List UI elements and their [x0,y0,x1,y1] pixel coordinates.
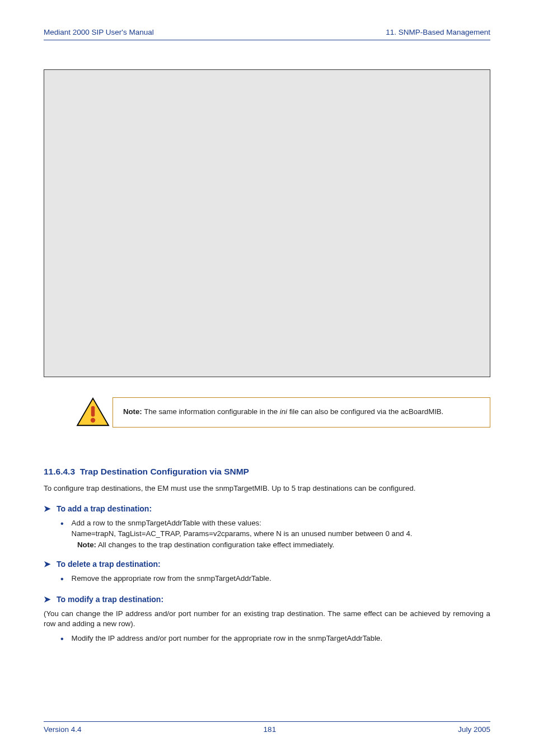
footer-center: 181 [264,725,277,734]
bullet-dot-icon: • [60,518,64,539]
note-text-after: file can also be configured via the acBo… [287,407,443,416]
header-underline [44,40,490,40]
arrow-add: ➤ To add a trap destination: [44,504,490,514]
footer-row: Version 4.4 181 July 2005 [44,725,490,734]
note-ini-word: ini [280,407,287,416]
arrow-icon: ➤ [44,559,51,569]
bullet-add-note-label: Note: [77,541,96,549]
bullet-add-row: • Add a row to the snmpTargetAddrTable w… [60,518,490,539]
note-row: Note: The same information configurable … [73,397,490,428]
svg-point-2 [91,418,95,422]
bullet-delete-text: Remove the appropriate row from the snmp… [72,574,271,584]
figure-placeholder-box [44,69,490,377]
footer-left: Version 4.4 [44,725,82,734]
bullet-modify-block: • Modify the IP address and/or port numb… [60,633,490,644]
bullet-delete-block: • Remove the appropriate row from the sn… [60,574,490,584]
footer-right: July 2005 [458,725,490,734]
arrow-modify-label: To modify a trap destination: [57,595,163,604]
arrow-delete-label: To delete a trap destination: [57,560,161,569]
bullet-delete-row: • Remove the appropriate row from the sn… [60,574,490,584]
note-label: Note: [123,407,142,416]
warning-icon [76,397,110,428]
section-heading: 11.6.4.3 Trap Destination Configuration … [44,467,490,477]
header-right: 11. SNMP-Based Management [386,28,490,36]
arrow-icon: ➤ [44,594,51,604]
bullet-modify-row: • Modify the IP address and/or port numb… [60,633,490,644]
arrow-icon: ➤ [44,504,51,514]
warning-icon-wrap [73,397,113,428]
note-text-before: The same information configurable in the [142,407,280,416]
bullet-add-line1: Add a row to the snmpTargetAddrTable wit… [72,519,261,527]
bullet-add-note-text: All changes to the trap destination conf… [96,541,334,549]
arrow-modify: ➤ To modify a trap destination: [44,594,490,604]
bullet-add-note: Note: All changes to the trap destinatio… [77,541,490,549]
page-root: Mediant 2000 SIP User's Manual 11. SNMP-… [0,0,534,756]
bullet-dot-icon: • [60,574,64,584]
arrow-delete: ➤ To delete a trap destination: [44,559,490,569]
bullet-add-line2: Name=trapN, TagList=AC_TRAP, Params=v2cp… [72,529,413,538]
section-title: Trap Destination Configuration via SNMP [80,467,249,476]
modify-paren-text: (You can change the IP address and/or po… [44,609,490,629]
svg-rect-1 [91,406,95,417]
bullet-dot-icon: • [60,633,64,644]
bullet-add-block: • Add a row to the snmpTargetAddrTable w… [60,518,490,549]
intro-paragraph: To configure trap destinations, the EM m… [44,483,490,494]
page-header: Mediant 2000 SIP User's Manual 11. SNMP-… [44,28,490,39]
page-footer: Version 4.4 181 July 2005 [44,721,490,734]
note-box: Note: The same information configurable … [113,397,490,428]
footer-line [44,721,490,722]
arrow-add-label: To add a trap destination: [57,504,152,513]
bullet-modify-text: Modify the IP address and/or port number… [72,633,383,644]
bullet-add-text: Add a row to the snmpTargetAddrTable wit… [72,518,413,539]
section-number: 11.6.4.3 [44,467,75,476]
header-left: Mediant 2000 SIP User's Manual [44,28,154,36]
